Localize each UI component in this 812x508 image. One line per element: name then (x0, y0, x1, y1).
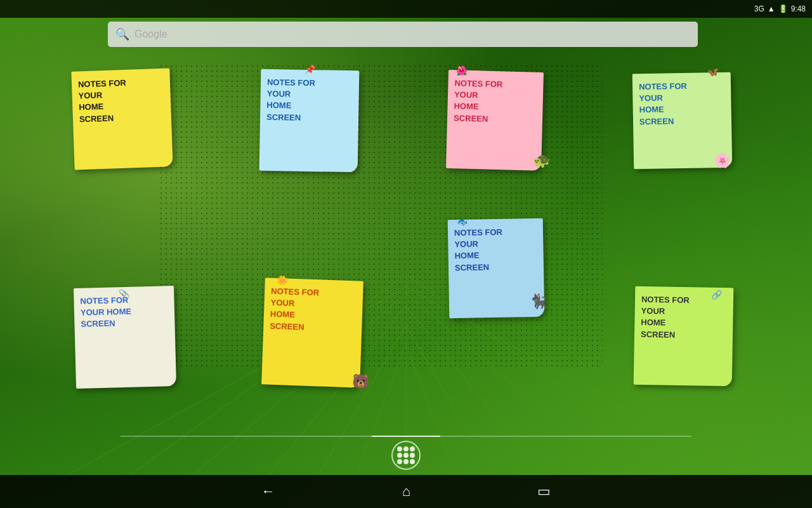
status-icons: 3G ▲ 🔋 9:48 (754, 4, 806, 13)
nav-bar: ← ⌂ ▭ (0, 475, 812, 508)
dot-5 (403, 453, 409, 458)
note-1-text: NOTES FORYOURHOMESCREEN (78, 76, 165, 125)
wifi-icon: ▲ (768, 4, 775, 13)
battery-icon: 🔋 (778, 4, 788, 13)
note-5[interactable]: 📎 NOTES FORYOUR HOMESCREEN (74, 286, 176, 389)
flower-sticker: 🌸 (714, 152, 731, 169)
pin-7: 🐟 (457, 216, 468, 229)
time-display: 9:48 (791, 4, 806, 13)
search-icon: 🔍 (115, 27, 129, 41)
dot-6 (410, 453, 415, 458)
recents-button[interactable]: ▭ (537, 483, 551, 500)
svg-line-10 (406, 293, 622, 478)
pin-6: 🌼 (276, 274, 287, 287)
pin-2: 📌 (304, 64, 315, 76)
status-bar: 3G ▲ 🔋 9:48 (0, 0, 812, 18)
dot-1 (397, 446, 402, 451)
dot-7 (397, 459, 402, 464)
page-indicator (121, 436, 691, 437)
pin-4: 🦋 (707, 66, 718, 79)
pin-8: 🔗 (711, 289, 722, 302)
cat-sticker: 🐈‍⬛ (530, 293, 547, 310)
search-placeholder: Google (134, 29, 167, 40)
home-button[interactable]: ⌂ (402, 483, 410, 500)
note-4-text: NOTES FORYOURHOMESCREEN (639, 80, 725, 128)
dot-2 (403, 446, 409, 451)
turtle-sticker: 🐢 (533, 152, 550, 169)
note-2-text: NOTES FORYOURHOMESCREEN (266, 77, 353, 124)
dot-3 (410, 446, 415, 451)
note-8[interactable]: 🔗 NOTES FORYOURHOMESCREEN (634, 286, 734, 387)
note-3[interactable]: 🌺 NOTES FORYOURHOMESCREEN (446, 70, 544, 171)
app-drawer-button[interactable] (391, 441, 421, 470)
svg-line-4 (406, 306, 546, 478)
note-6[interactable]: 🌼 NOTES FORYOURHOMESCREEN (261, 277, 363, 387)
back-button[interactable]: ← (261, 483, 275, 500)
signal-icon: 3G (754, 4, 764, 13)
bear-sticker: 🐻 (352, 373, 369, 390)
pin-5: 📎 (118, 288, 129, 301)
note-2[interactable]: 📌 NOTES FORYOURHOMESCREEN (259, 69, 360, 173)
search-bar[interactable]: 🔍 Google (108, 22, 698, 47)
pin-3: 🌺 (456, 65, 468, 77)
dot-9 (410, 459, 415, 464)
dot-8 (403, 459, 409, 464)
note-1[interactable]: NOTES FORYOURHOMESCREEN (71, 68, 173, 170)
dots-grid (397, 446, 415, 464)
note-6-text: NOTES FORYOURHOMESCREEN (270, 286, 357, 335)
note-7-text: NOTES FORYOURHOMESCREEN (454, 226, 537, 274)
dot-4 (397, 453, 402, 458)
note-3-text: NOTES FORYOURHOMESCREEN (454, 77, 537, 126)
page-indicator-active (372, 436, 440, 437)
